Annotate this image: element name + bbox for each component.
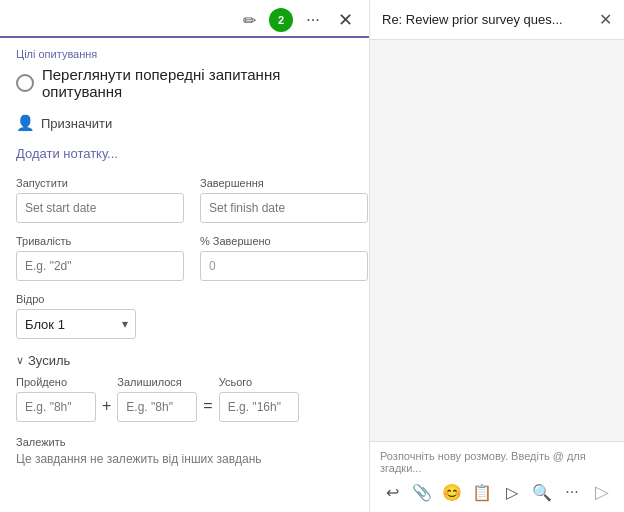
task-title: Переглянути попередні запитання опитуван…: [42, 66, 353, 100]
assign-row[interactable]: 👤 Призначити: [16, 114, 353, 132]
chat-title: Re: Review prior survey ques...: [382, 12, 563, 27]
duration-group: Тривалість: [16, 235, 184, 281]
effort-section: ∨ Зусиль Пройдено + Залишилося = Усього: [16, 353, 353, 422]
chevron-right-icon: ∨: [16, 354, 24, 367]
duration-percent-row: Тривалість % Завершено: [16, 235, 353, 281]
effort-spent-input[interactable]: [16, 392, 96, 422]
percent-label: % Завершено: [200, 235, 368, 247]
start-date-label: Запустити: [16, 177, 184, 189]
section-label: Цілі опитування: [16, 48, 353, 60]
reply-icon[interactable]: ↩: [380, 480, 404, 504]
chat-panel: Re: Review prior survey ques... ✕ Розпоч…: [370, 0, 624, 512]
play-icon[interactable]: ▷: [500, 480, 524, 504]
effort-label: Зусиль: [28, 353, 70, 368]
clipboard-icon[interactable]: 📋: [470, 480, 494, 504]
finish-date-input[interactable]: [200, 193, 368, 223]
bucket-group: Відро Блок 1 ▾: [16, 293, 353, 339]
bucket-select[interactable]: Блок 1: [16, 309, 136, 339]
task-title-row: Переглянути попередні запитання опитуван…: [16, 66, 353, 100]
depends-label: Залежить: [16, 436, 353, 448]
equals-icon: =: [203, 397, 212, 415]
effort-total-group: Усього: [219, 376, 299, 422]
finish-date-label: Завершення: [200, 177, 368, 189]
task-detail-panel: ✏ 2 ··· ✕ Цілі опитування Переглянути по…: [0, 0, 370, 512]
attach-icon[interactable]: 📎: [410, 480, 434, 504]
more-options-icon[interactable]: ···: [301, 8, 325, 32]
bucket-select-wrapper: Блок 1 ▾: [16, 309, 136, 339]
duration-label: Тривалість: [16, 235, 184, 247]
assign-label: Призначити: [41, 116, 112, 131]
effort-total-label: Усього: [219, 376, 299, 388]
chat-count-badge[interactable]: 2: [269, 8, 293, 32]
chat-header: Re: Review prior survey ques... ✕: [370, 0, 624, 40]
effort-remaining-input[interactable]: [117, 392, 197, 422]
close-panel-icon[interactable]: ✕: [333, 8, 357, 32]
depends-section: Залежить Це завдання не залежить від інш…: [16, 436, 353, 466]
effort-total-input[interactable]: [219, 392, 299, 422]
duration-input[interactable]: [16, 251, 184, 281]
top-toolbar: ✏ 2 ··· ✕: [0, 0, 369, 38]
effort-row: Пройдено + Залишилося = Усього: [16, 376, 353, 422]
chat-hint: Розпочніть нову розмову. Введіть @ для з…: [380, 450, 614, 474]
panel-content: Цілі опитування Переглянути попередні за…: [0, 38, 369, 512]
search-icon[interactable]: 🔍: [530, 480, 554, 504]
depends-value: Це завдання не залежить від інших завдан…: [16, 452, 353, 466]
effort-remaining-group: Залишилося: [117, 376, 197, 422]
send-icon[interactable]: ▷: [590, 480, 614, 504]
effort-toggle[interactable]: ∨ Зусиль: [16, 353, 353, 368]
percent-group: % Завершено: [200, 235, 368, 281]
chat-close-icon[interactable]: ✕: [599, 10, 612, 29]
effort-spent-label: Пройдено: [16, 376, 96, 388]
chat-footer: Розпочніть нову розмову. Введіть @ для з…: [370, 441, 624, 512]
plus-icon: +: [102, 397, 111, 415]
date-row: Запустити Завершення: [16, 177, 353, 223]
task-complete-radio[interactable]: [16, 74, 34, 92]
emoji-icon[interactable]: 😊: [440, 480, 464, 504]
bucket-label: Відро: [16, 293, 353, 305]
more-chat-icon[interactable]: ···: [560, 480, 584, 504]
assign-icon: 👤: [16, 114, 35, 132]
start-date-input[interactable]: [16, 193, 184, 223]
percent-input[interactable]: [200, 251, 368, 281]
edit-icon[interactable]: ✏: [237, 8, 261, 32]
add-note-row[interactable]: Додати нотатку...: [16, 146, 353, 161]
effort-spent-group: Пройдено: [16, 376, 96, 422]
finish-date-group: Завершення: [200, 177, 368, 223]
start-date-group: Запустити: [16, 177, 184, 223]
chat-body: [370, 40, 624, 441]
effort-remaining-label: Залишилося: [117, 376, 197, 388]
chat-toolbar: ↩ 📎 😊 📋 ▷ 🔍 ··· ▷: [380, 480, 614, 504]
